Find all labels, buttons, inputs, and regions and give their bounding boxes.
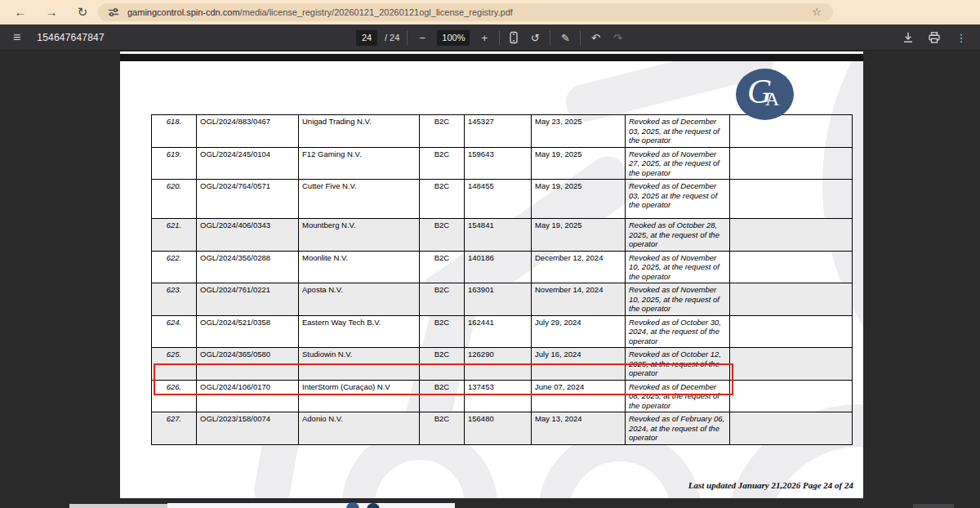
toolbar-divider xyxy=(550,30,550,45)
cell-license-type: B2C xyxy=(420,283,465,316)
zoom-in-button[interactable]: + xyxy=(477,32,492,44)
cell-license-code: OGL/2024/356/0288 xyxy=(197,251,299,283)
cell-empty xyxy=(730,380,853,412)
highlight-box-row-626 xyxy=(154,363,733,395)
cell-revocation-note: Revoked as of December 03, 2025, at the … xyxy=(626,115,730,148)
cell-company-name: Unigad Trading N.V. xyxy=(299,115,420,148)
cell-date: May 23, 2025 xyxy=(532,115,626,148)
pdf-menu-icon[interactable]: ≡ xyxy=(13,30,20,45)
cell-company-name: F12 Gaming N.V. xyxy=(299,147,420,180)
cell-empty xyxy=(730,412,853,445)
cell-company-name: Eastern Way Tech B.V. xyxy=(299,315,420,348)
table-row: 623. OGL/2024/761/0221 Aposta N.V. B2C 1… xyxy=(152,283,853,316)
cell-revocation-note: Reoked as of October 28, 2025, at the re… xyxy=(626,219,730,252)
cell-empty xyxy=(730,115,853,148)
pdf-toolbar-center: / 24 − 100% + ↺ ✎ ↶ ↷ xyxy=(356,25,625,51)
browser-nav-bar: ← → ↻ ⌂ gamingcontrol.spin-cdn.com/media… xyxy=(0,0,980,25)
cell-license-type: B2C xyxy=(420,147,465,180)
cell-license-number: 148455 xyxy=(465,180,532,219)
table-row: 624. OGL/2024/521/0358 Eastern Way Tech … xyxy=(152,315,853,348)
page-footer-text: Last updated January 21,2026 Page 24 of … xyxy=(688,480,853,490)
cell-company-name: Aposta N.V. xyxy=(299,283,420,316)
annotate-pen-icon[interactable]: ✎ xyxy=(558,32,572,44)
cell-license-number: 159643 xyxy=(465,147,532,180)
cell-license-code: OGL/2024/761/0221 xyxy=(197,283,299,316)
zoom-level-value[interactable]: 100% xyxy=(437,30,470,46)
cell-row-number: 627. xyxy=(152,412,197,445)
cell-license-number: 154841 xyxy=(465,219,532,252)
cell-license-number: 163901 xyxy=(465,283,532,316)
bottom-window-sliver xyxy=(167,503,455,508)
forward-icon[interactable]: → xyxy=(41,0,62,25)
cell-date: November 14, 2024 xyxy=(532,283,626,316)
fit-page-icon[interactable] xyxy=(507,31,520,44)
url-text[interactable]: gamingcontrol.spin-cdn.com/media/license… xyxy=(127,7,513,17)
more-options-icon[interactable]: ⋮ xyxy=(954,32,969,44)
gaming-authority-logo: G A xyxy=(736,69,794,120)
pdf-toolbar: ≡ 154647647847 / 24 − 100% + ↺ ✎ ↶ ↷ xyxy=(0,25,980,51)
table-row: 618. OGL/2024/883/0467 Unigad Trading N.… xyxy=(152,115,853,148)
table-row: 621. OGL/2024/406/0343 Mountberg N.V. B2… xyxy=(152,219,853,252)
cell-date: May 19, 2025 xyxy=(532,219,626,252)
pdf-page: G A 618. OGL/2024/883/0467 Unigad Tradin… xyxy=(120,61,863,498)
site-settings-icon[interactable] xyxy=(108,7,119,18)
cell-company-name: Mountberg N.V. xyxy=(299,219,420,252)
cell-company-name: Moonlite N.V. xyxy=(299,251,420,283)
cell-license-type: B2C xyxy=(420,251,465,283)
table-row: 622. OGL/2024/356/0288 Moonlite N.V. B2C… xyxy=(152,251,853,283)
cell-empty xyxy=(730,180,853,219)
bottom-window-sliver xyxy=(913,504,954,508)
cell-empty xyxy=(730,283,853,316)
address-bar[interactable]: gamingcontrol.spin-cdn.com/media/license… xyxy=(98,3,833,21)
toolbar-divider xyxy=(407,30,408,45)
redo-icon[interactable]: ↷ xyxy=(610,32,625,44)
cell-license-type: B2C xyxy=(420,219,465,252)
cell-row-number: 620. xyxy=(152,180,197,219)
bottom-window-sliver xyxy=(69,504,167,508)
url-path: /media/license_registry/20260121_2026012… xyxy=(240,7,513,17)
back-icon[interactable]: ← xyxy=(10,0,31,25)
cell-empty xyxy=(730,348,853,381)
zoom-out-button[interactable]: − xyxy=(415,32,430,44)
cell-license-code: OGL/2023/158/0074 xyxy=(197,412,299,445)
logo-letter-a: A xyxy=(765,88,779,110)
cell-license-number: 140186 xyxy=(465,251,532,283)
cell-empty xyxy=(730,219,853,252)
cell-revocation-note: Revoked as of November 10, 2025, at the … xyxy=(626,283,730,316)
cell-row-number: 622. xyxy=(152,251,197,283)
cell-license-code: OGL/2024/245/0104 xyxy=(197,147,299,180)
cell-date: May 19, 2025 xyxy=(532,180,626,219)
cell-license-type: B2C xyxy=(420,180,465,219)
cell-row-number: 618. xyxy=(152,115,197,148)
print-icon[interactable] xyxy=(928,31,941,44)
cell-license-code: OGL/2024/764/0571 xyxy=(197,180,299,219)
page-number-input[interactable] xyxy=(356,30,377,46)
toolbar-divider xyxy=(499,30,500,45)
cell-license-type: B2C xyxy=(420,412,465,445)
cell-license-code: OGL/2024/883/0467 xyxy=(197,115,299,148)
cell-company-name: Adonio N.V. xyxy=(299,412,420,445)
cell-row-number: 621. xyxy=(152,219,197,252)
cell-license-code: OGL/2024/521/0358 xyxy=(197,315,299,348)
cell-date: May 13, 2024 xyxy=(532,412,626,445)
cell-license-number: 145327 xyxy=(465,115,532,148)
undo-icon[interactable]: ↶ xyxy=(588,32,603,44)
reload-icon[interactable]: ↻ xyxy=(72,0,93,25)
toolbar-divider xyxy=(580,30,581,45)
bookmark-star-icon[interactable]: ☆ xyxy=(812,3,822,21)
cell-license-code: OGL/2024/406/0343 xyxy=(197,219,299,252)
cell-date: May 19, 2025 xyxy=(532,147,626,180)
cell-license-number: 162441 xyxy=(465,315,532,348)
cell-row-number: 624. xyxy=(152,315,197,348)
page-count-label: / 24 xyxy=(385,33,399,42)
rotate-icon[interactable]: ↺ xyxy=(528,32,542,44)
cell-date: July 29, 2024 xyxy=(532,315,626,348)
cell-revocation-note: Revoked as of December 03, 2025 at the r… xyxy=(626,180,730,219)
table-row: 627. OGL/2023/158/0074 Adonio N.V. B2C 1… xyxy=(152,412,853,445)
cell-revocation-note: Revoked as of November 27, 2025, at the … xyxy=(626,147,730,180)
download-icon[interactable] xyxy=(902,31,915,44)
page-gap-shadow xyxy=(120,54,863,61)
cell-row-number: 619. xyxy=(152,147,197,180)
cell-company-name: Cutter Five N.V. xyxy=(299,180,420,219)
pdf-document-title: 154647647847 xyxy=(37,32,105,43)
